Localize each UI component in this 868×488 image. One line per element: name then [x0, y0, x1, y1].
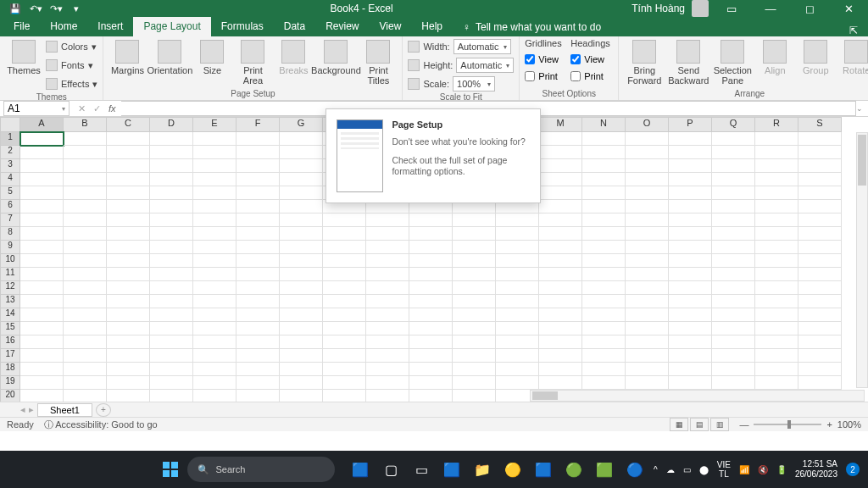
cell[interactable] — [539, 254, 582, 268]
cell[interactable] — [539, 227, 582, 241]
zoom-level[interactable]: 100% — [837, 419, 861, 430]
cell[interactable] — [236, 281, 280, 295]
taskbar-excel-icon[interactable]: 🟩 — [591, 456, 618, 483]
cell[interactable] — [64, 227, 107, 241]
cell[interactable] — [453, 376, 496, 390]
cell[interactable] — [236, 159, 280, 173]
new-sheet-button[interactable]: + — [96, 403, 111, 417]
cell[interactable] — [539, 295, 582, 308]
cell[interactable] — [236, 227, 280, 241]
cell[interactable] — [193, 241, 236, 254]
cell[interactable] — [755, 200, 798, 214]
cell[interactable] — [582, 200, 626, 214]
cell[interactable] — [798, 200, 842, 214]
cell[interactable] — [798, 214, 842, 227]
cell[interactable] — [755, 227, 798, 241]
cell[interactable] — [539, 363, 582, 376]
cell[interactable] — [280, 322, 323, 336]
save-icon[interactable]: 💾 — [7, 3, 24, 14]
cell[interactable] — [150, 376, 193, 390]
cell[interactable] — [539, 336, 582, 349]
headings-print-check[interactable]: Print — [570, 69, 613, 84]
cell[interactable] — [409, 363, 453, 376]
cell[interactable] — [582, 308, 626, 322]
maximize-icon[interactable]: ◻ — [793, 3, 826, 15]
gridlines-print-check[interactable]: Print — [525, 69, 567, 84]
cell[interactable] — [798, 281, 842, 295]
taskbar-app-icon[interactable]: 🟦 — [438, 456, 465, 483]
cell[interactable] — [669, 132, 712, 146]
column-header[interactable]: S — [798, 117, 842, 132]
cell[interactable] — [626, 281, 669, 295]
rotate-button[interactable]: Rotate — [837, 38, 868, 75]
cell[interactable] — [150, 336, 193, 349]
bring-forward-button[interactable]: Bring Forward — [624, 38, 665, 86]
cell[interactable] — [755, 159, 798, 173]
row-header[interactable]: 10 — [0, 254, 20, 268]
cell[interactable] — [107, 186, 150, 200]
cell[interactable] — [193, 268, 236, 281]
cell[interactable] — [712, 214, 755, 227]
cell[interactable] — [712, 308, 755, 322]
cell[interactable] — [755, 186, 798, 200]
sheet-tab[interactable]: Sheet1 — [37, 403, 92, 417]
cell[interactable] — [409, 281, 453, 295]
cell[interactable] — [539, 146, 582, 159]
cell[interactable] — [755, 308, 798, 322]
print-titles-button[interactable]: Print Titles — [359, 38, 397, 86]
cell[interactable] — [453, 281, 496, 295]
cell[interactable] — [669, 308, 712, 322]
cell[interactable] — [496, 363, 539, 376]
cell[interactable] — [193, 281, 236, 295]
cell[interactable] — [107, 254, 150, 268]
sheet-nav-next-icon[interactable]: ▸ — [29, 404, 34, 415]
cell[interactable] — [193, 308, 236, 322]
cell[interactable] — [798, 336, 842, 349]
cell[interactable] — [539, 186, 582, 200]
cell[interactable] — [323, 241, 366, 254]
cell[interactable] — [496, 349, 539, 363]
effects-button[interactable]: Effects ▾ — [46, 75, 97, 92]
cell[interactable] — [453, 349, 496, 363]
cell[interactable] — [107, 200, 150, 214]
cell[interactable] — [366, 214, 409, 227]
cell[interactable] — [64, 349, 107, 363]
cell[interactable] — [582, 363, 626, 376]
cell[interactable] — [453, 241, 496, 254]
zoom-slider[interactable] — [754, 424, 821, 425]
row-header[interactable]: 1 — [0, 132, 20, 146]
cell[interactable] — [107, 349, 150, 363]
avatar[interactable] — [692, 0, 709, 17]
accessibility-status[interactable]: ⓘ Accessibility: Good to go — [44, 419, 158, 431]
cell[interactable] — [193, 159, 236, 173]
cell[interactable] — [64, 241, 107, 254]
cell[interactable] — [669, 322, 712, 336]
cell[interactable] — [20, 363, 64, 376]
column-header[interactable]: Q — [712, 117, 755, 132]
cell[interactable] — [496, 241, 539, 254]
select-all-corner[interactable] — [0, 117, 20, 132]
taskbar-app-icon[interactable]: 🟢 — [560, 456, 587, 483]
row-header[interactable]: 2 — [0, 146, 20, 159]
cell[interactable] — [323, 322, 366, 336]
cell[interactable] — [236, 308, 280, 322]
cell[interactable] — [107, 159, 150, 173]
cell[interactable] — [20, 376, 64, 390]
cell[interactable] — [323, 376, 366, 390]
cell[interactable] — [409, 214, 453, 227]
cell[interactable] — [453, 295, 496, 308]
tab-formulas[interactable]: Formulas — [211, 17, 274, 36]
cell[interactable] — [236, 200, 280, 214]
cell[interactable] — [280, 200, 323, 214]
cell[interactable] — [582, 173, 626, 186]
taskbar-zalo-icon[interactable]: 🔵 — [621, 456, 648, 483]
row-header[interactable]: 3 — [0, 159, 20, 173]
cell[interactable] — [366, 254, 409, 268]
cell[interactable] — [280, 336, 323, 349]
cell[interactable] — [366, 322, 409, 336]
cell[interactable] — [669, 376, 712, 390]
cell[interactable] — [193, 336, 236, 349]
cell[interactable] — [798, 173, 842, 186]
cell[interactable] — [64, 268, 107, 281]
cell[interactable] — [236, 268, 280, 281]
